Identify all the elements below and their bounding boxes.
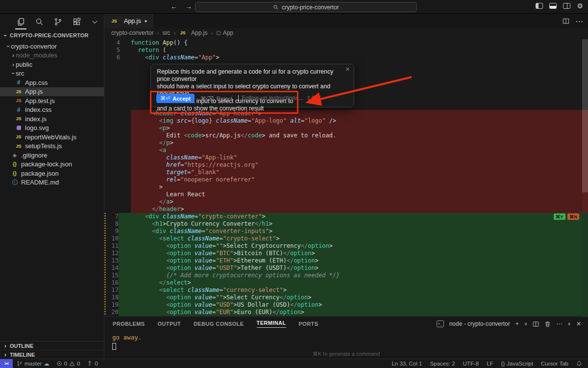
deleted-code-line[interactable]: href="https://reactjs.org" xyxy=(104,161,582,169)
gear-icon[interactable]: ⚙ xyxy=(577,3,583,9)
deleted-code-line[interactable]: <img src={logo} className="App-logo" alt… xyxy=(104,117,582,125)
breadcrumb-item[interactable]: src xyxy=(162,29,170,36)
tree-item-package-lock-json[interactable]: {}package-lock.json xyxy=(0,160,104,169)
maximize-panel-icon[interactable]: ∧ xyxy=(567,321,571,326)
code-line[interactable]: 6 <div className="App"> xyxy=(104,54,582,61)
deleted-code-line[interactable]: <p> xyxy=(104,125,582,132)
deleted-code-line[interactable]: </a> xyxy=(104,198,582,206)
source-control-icon[interactable] xyxy=(54,18,62,26)
bell-icon[interactable] xyxy=(576,361,582,367)
language-mode[interactable]: {} JavaScript xyxy=(501,361,533,367)
added-code-line[interactable]: 7 <div className="crypto-converter"> xyxy=(104,213,582,220)
added-code-line[interactable]: 15 {/* Add more cryptocurrency options a… xyxy=(104,272,582,279)
terminal-instance-label[interactable]: node - crypto-convertor xyxy=(449,320,510,327)
panel-more-icon[interactable]: ⋯ xyxy=(556,320,562,327)
close-panel-icon[interactable]: ✕ xyxy=(576,320,581,327)
toggle-panel-icon[interactable] xyxy=(549,3,557,9)
breadcrumb-item[interactable]: JSApp.js xyxy=(179,29,207,36)
added-code-line[interactable]: 8 <h1>Crypto Currency Converter</h1> xyxy=(104,220,582,228)
chevron-down-icon[interactable] xyxy=(91,18,98,26)
indentation[interactable]: Spaces: 2 xyxy=(430,361,455,367)
scrollbar-thumb[interactable] xyxy=(582,39,588,192)
added-code-line[interactable]: 9 <div className="converter-inputs"> xyxy=(104,228,582,235)
tree-item-index-js[interactable]: JSindex.js xyxy=(0,114,104,124)
panel-tab-ports[interactable]: PORTS xyxy=(299,321,318,327)
toggle-primary-sidebar-icon[interactable] xyxy=(536,3,543,9)
cursor-tab-toggle[interactable]: Cursor Tab xyxy=(541,361,568,367)
added-code-line[interactable]: 14 <option value="USDT">Tether (USDT)</o… xyxy=(104,264,582,272)
close-icon[interactable]: ✕ xyxy=(345,66,350,73)
tree-item-app-js[interactable]: JSApp.js xyxy=(0,87,104,97)
scrollbar[interactable] xyxy=(582,37,588,316)
explorer-icon[interactable] xyxy=(17,18,25,26)
split-terminal-icon[interactable] xyxy=(533,321,539,327)
outline-section[interactable]: › OUTLINE xyxy=(0,341,104,350)
code-line[interactable]: 5 return ( xyxy=(104,47,582,54)
extensions-icon[interactable] xyxy=(73,18,81,26)
added-code-line[interactable]: 13 <option value="ETH">Ethereum (ETH)</o… xyxy=(104,257,582,264)
added-code-line[interactable]: 16 </select> xyxy=(104,279,582,287)
command-center-search[interactable]: crypto-price-convertor xyxy=(195,2,417,12)
panel-tab-debug-console[interactable]: DEBUG CONSOLE xyxy=(194,321,244,327)
deleted-code-line[interactable]: <a xyxy=(104,147,582,154)
panel-tab-output[interactable]: OUTPUT xyxy=(158,321,181,327)
terminal-dropdown-icon[interactable]: ∨ xyxy=(524,321,528,326)
explorer-section-header[interactable]: › CRYPTO-PRICE-CONVERTOR xyxy=(0,29,104,41)
tree-item-logo-svg[interactable]: logo.svg xyxy=(0,124,104,133)
deleted-code-line[interactable]: target="_blank" xyxy=(104,169,582,176)
added-code-line[interactable]: 18 <option value="">Select Currency</opt… xyxy=(104,294,582,301)
tree-item-readme-md[interactable]: iREADME.md xyxy=(0,178,104,187)
deleted-code-line[interactable]: </header> xyxy=(104,206,582,213)
forward-arrow-icon[interactable]: → xyxy=(185,2,192,10)
panel-tab-terminal[interactable]: TERMINAL xyxy=(257,320,286,328)
remote-indicator[interactable]: >< xyxy=(0,359,13,368)
breadcrumb-item[interactable]: crypto-convertor xyxy=(111,29,154,36)
accept-diff-badge[interactable]: ⌘Y xyxy=(554,213,565,220)
deleted-code-line[interactable]: rel="noopener noreferrer" xyxy=(104,176,582,184)
panel-tab-problems[interactable]: PROBLEMS xyxy=(113,321,145,327)
toggle-secondary-sidebar-icon[interactable] xyxy=(563,3,570,9)
timeline-section[interactable]: › TIMELINE xyxy=(0,350,104,359)
added-code-line[interactable]: 17 <select className="currency-select"> xyxy=(104,287,582,294)
deleted-code-line[interactable]: className="App-link" xyxy=(104,154,582,161)
followup-input[interactable]: Follow-up instructions... ⇧⌘K xyxy=(238,95,321,102)
deleted-code-line[interactable]: > xyxy=(104,184,582,191)
added-code-line[interactable]: 11 <option value="">Select Cryptocurrenc… xyxy=(104,242,582,250)
new-terminal-icon[interactable]: + xyxy=(515,320,519,327)
added-code-line[interactable]: 12 <option value="BTC">Bitcoin (BTC)</op… xyxy=(104,250,582,257)
reject-button[interactable]: ⌘⌫ Reject xyxy=(200,95,232,102)
code-line[interactable]: 4function App() { xyxy=(104,39,582,47)
eol[interactable]: LF xyxy=(487,361,493,367)
tree-item-app-css[interactable]: #App.css xyxy=(0,78,104,87)
more-actions-icon[interactable]: ⋯ xyxy=(575,17,583,26)
accept-button[interactable]: ⌘⏎ Accept xyxy=(156,94,195,103)
search-sidebar-icon[interactable] xyxy=(35,18,44,26)
reject-diff-badge[interactable]: ⌘N xyxy=(567,213,579,220)
tree-item--gitignore[interactable]: ◈.gitignore xyxy=(0,151,104,160)
encoding[interactable]: UTF-8 xyxy=(463,361,479,367)
tree-item-app-test-js[interactable]: JSApp.test.js xyxy=(0,96,104,105)
tree-item-src[interactable]: ›src xyxy=(0,69,104,79)
ports-item[interactable]: 0 xyxy=(87,361,98,367)
trash-icon[interactable] xyxy=(544,321,551,327)
tree-item-public[interactable]: ›public xyxy=(0,60,104,69)
added-code-line[interactable]: 20 <option value="EUR">Euro (EUR)</optio… xyxy=(104,309,582,316)
tree-item-index-css[interactable]: #index.css xyxy=(0,105,104,115)
added-code-line[interactable]: 19 <option value="USD">US Dollar (USD)</… xyxy=(104,301,582,309)
tab-app-js[interactable]: JS App.js ● xyxy=(104,14,153,28)
code-editor[interactable]: 4function App() {5 return (6 <div classN… xyxy=(104,37,588,316)
problems-item[interactable]: 0 0 xyxy=(56,361,80,367)
split-editor-icon[interactable] xyxy=(563,18,569,25)
tree-item-reportwebvitals-js[interactable]: JSreportWebVitals.js xyxy=(0,132,104,142)
tree-item-setuptests-js[interactable]: JSsetupTests.js xyxy=(0,142,104,151)
back-arrow-icon[interactable]: ← xyxy=(171,2,177,10)
deleted-code-line[interactable]: Edit <code>src/App.js</code> and save to… xyxy=(104,132,582,139)
git-branch-item[interactable]: master ☁ xyxy=(17,360,49,367)
breadcrumb-item[interactable]: ⬡App xyxy=(216,29,233,36)
added-code-line[interactable]: 10 <select className="crypto-select"> xyxy=(104,235,582,242)
tree-item-package-json[interactable]: {}package.json xyxy=(0,169,104,178)
tree-item-node-modules[interactable]: ›node_modules xyxy=(0,51,104,60)
cursor-position[interactable]: Ln 33, Col 1 xyxy=(392,361,422,367)
deleted-code-line[interactable]: </p> xyxy=(104,139,582,147)
deleted-code-line[interactable]: Learn React xyxy=(104,191,582,198)
